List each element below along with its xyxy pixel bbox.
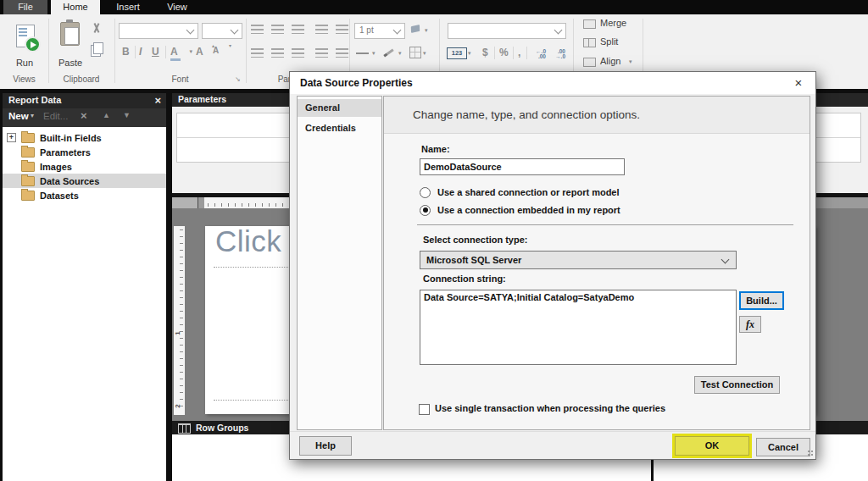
expand-icon[interactable]: + [7, 133, 16, 142]
bullet-list-icon[interactable] [315, 48, 328, 58]
border-width-combobox[interactable]: 1 pt [354, 23, 405, 39]
paste-button[interactable]: Paste [53, 19, 88, 73]
move-up-icon[interactable]: ▲ [103, 111, 110, 119]
align-bottom-icon[interactable] [292, 25, 304, 34]
new-button[interactable]: New [8, 111, 29, 121]
group-separator [48, 19, 49, 83]
split-button[interactable]: Split [600, 36, 618, 47]
connection-type-label: Select connection type: [423, 235, 527, 245]
numbered-list-icon[interactable] [336, 48, 348, 58]
separator [135, 46, 136, 58]
currency-button[interactable]: $ [482, 47, 488, 58]
comma-button[interactable]: , [518, 47, 520, 58]
font-group-label: Font [114, 75, 246, 84]
chevron-down-icon [186, 26, 195, 35]
connection-string-input[interactable]: Data Source=SATYA;Initial Catalog=SatyaD… [420, 290, 737, 365]
report-data-tree: + Built-in Fields Parameters Images Data… [3, 130, 166, 202]
increase-indent-icon[interactable] [336, 25, 348, 34]
build-button[interactable]: Build... [739, 291, 784, 310]
tab-file[interactable]: File [3, 0, 47, 14]
fill-color-icon[interactable] [411, 25, 420, 33]
align-button[interactable]: Align [600, 56, 620, 66]
clipboard-page-icon [64, 27, 79, 45]
name-input[interactable] [420, 158, 625, 175]
border-color-brush-icon[interactable] [383, 49, 393, 58]
name-label: Name: [421, 144, 450, 154]
close-icon[interactable]: × [788, 74, 809, 91]
align-center-icon[interactable] [271, 48, 284, 58]
expression-fx-button[interactable]: fx [739, 316, 761, 333]
embedded-connection-radio-row[interactable]: Use a connection embedded in my report [420, 204, 620, 216]
shared-connection-radio-row[interactable]: Use a shared connection or report model [420, 186, 620, 198]
ruler-corner [172, 197, 198, 208]
report-data-title: Report Data [8, 95, 61, 105]
folder-icon [21, 162, 35, 172]
separator [513, 47, 514, 59]
run-label: Run [7, 58, 42, 68]
tree-item-parameters[interactable]: Parameters [3, 145, 166, 159]
italic-button[interactable]: I [139, 46, 142, 58]
ok-button[interactable]: OK [672, 434, 752, 458]
font-color-button[interactable]: A ▾ [170, 45, 192, 60]
tree-item-label: Images [40, 162, 72, 172]
resize-grip[interactable] [807, 450, 814, 456]
cut-icon[interactable] [92, 23, 102, 34]
grow-font-button[interactable]: A▴ [196, 45, 209, 60]
decrease-decimal-icon[interactable]: .00 →.0 [550, 49, 565, 59]
copy-icon[interactable] [91, 45, 101, 57]
dialog-titlebar[interactable]: Data Source Properties × [290, 72, 815, 94]
row-groups-title: Row Groups [196, 423, 248, 433]
align-middle-icon[interactable] [271, 25, 284, 34]
font-family-combobox[interactable] [119, 23, 198, 39]
align-top-icon[interactable] [251, 25, 264, 34]
decrease-indent-icon[interactable] [315, 25, 328, 34]
borders-icon[interactable] [409, 47, 421, 58]
close-icon[interactable]: × [154, 94, 161, 107]
data-source-properties-dialog: Data Source Properties × General Credent… [289, 71, 816, 460]
tab-insert[interactable]: Insert [103, 0, 153, 14]
tree-item-built-in-fields[interactable]: + Built-in Fields [3, 130, 166, 145]
group-separator [246, 19, 247, 83]
tree-item-images[interactable]: Images [3, 159, 166, 174]
section-divider [417, 224, 793, 225]
split-icon [583, 38, 596, 47]
tree-item-data-sources[interactable]: Data Sources [3, 174, 166, 188]
run-button[interactable]: Run [7, 19, 42, 73]
font-size-combobox[interactable] [202, 23, 242, 39]
tab-view[interactable]: View [156, 0, 198, 14]
tree-item-datasets[interactable]: Datasets [3, 188, 166, 202]
connection-type-combobox[interactable]: Microsoft SQL Server [420, 251, 737, 269]
number-format-combobox[interactable] [448, 23, 566, 39]
dropdown-icon[interactable]: ▾ [31, 112, 34, 119]
single-transaction-label: Use single transaction when processing t… [435, 403, 665, 413]
test-connection-button[interactable]: Test Connection [694, 376, 780, 394]
percent-button[interactable]: % [499, 47, 509, 58]
dropdown-icon: ▾ [425, 27, 428, 34]
underline-button[interactable]: U [152, 46, 159, 58]
edit-button[interactable]: Edit... [43, 111, 68, 121]
delete-icon[interactable]: × [81, 109, 87, 122]
number-format-icon[interactable]: 123 [447, 47, 467, 59]
dropdown-icon: ▾ [468, 50, 471, 57]
align-left-icon[interactable] [251, 48, 264, 58]
increase-decimal-icon[interactable]: ←.0 .00 [531, 49, 546, 59]
align-right-icon[interactable] [292, 48, 304, 58]
merge-button[interactable]: Merge [600, 18, 626, 28]
clipboard-group-label: Clipboard [48, 75, 114, 84]
bold-button[interactable]: B [122, 46, 130, 58]
group-separator [114, 19, 115, 83]
tab-home[interactable]: Home [51, 0, 100, 14]
border-style-icon[interactable] [356, 53, 369, 54]
cancel-button[interactable]: Cancel [756, 438, 810, 456]
shrink-font-button[interactable]: A▾ [213, 45, 226, 60]
app-window: File Home Insert View Run Views Paste Cl… [0, 0, 868, 481]
radio-unselected-icon[interactable] [420, 187, 431, 198]
radio-selected-icon[interactable] [420, 205, 431, 216]
nav-item-credentials[interactable]: Credentials [298, 119, 381, 137]
help-button[interactable]: Help [299, 436, 352, 456]
move-down-icon[interactable]: ▼ [123, 111, 131, 119]
nav-item-general[interactable]: General [298, 99, 381, 117]
single-transaction-checkbox[interactable] [419, 404, 430, 415]
connection-type-value: Microsoft SQL Server [426, 252, 521, 268]
align-icon [583, 58, 596, 67]
